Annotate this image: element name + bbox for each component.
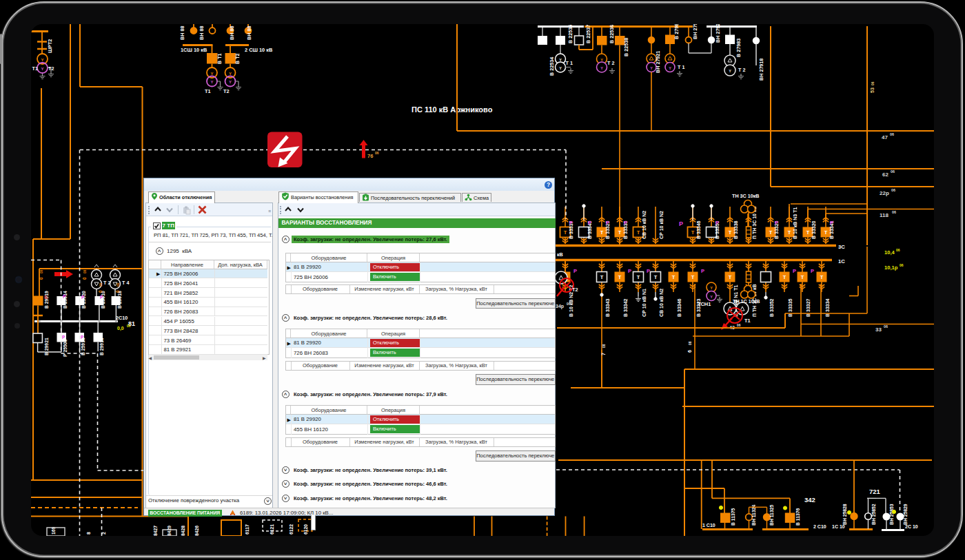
svg-text:6117: 6117 — [245, 524, 250, 535]
svg-text:Y: Y — [229, 80, 232, 84]
svg-text:Р: Р — [81, 295, 85, 300]
svg-text:7: 7 — [601, 353, 606, 355]
svg-text:В 22535: В 22535 — [567, 25, 573, 43]
svg-text:1 С10: 1 С10 — [702, 523, 715, 528]
svg-text:Т: Т — [637, 274, 640, 280]
svg-text:Р: Р — [775, 220, 778, 226]
svg-text:В 33334: В 33334 — [825, 298, 830, 317]
svg-text:8426: 8426 — [194, 526, 199, 536]
svg-text:В 33327: В 33327 — [806, 298, 811, 317]
svg-text:06: 06 — [127, 324, 131, 328]
svg-text:118: 118 — [880, 212, 888, 218]
svg-text:В 22534: В 22534 — [549, 57, 555, 76]
svg-text:В 22538: В 22538 — [623, 38, 629, 56]
svg-text:В 33338: В 33338 — [733, 220, 738, 239]
svg-text:Y: Y — [710, 286, 713, 290]
svg-text:06: 06 — [891, 169, 895, 174]
svg-text:06: 06 — [567, 302, 571, 306]
svg-text:Р: Р — [588, 220, 591, 226]
svg-text:Т: Т — [824, 229, 828, 236]
svg-text:33: 33 — [875, 326, 882, 333]
svg-text:Т 2: Т 2 — [607, 60, 614, 66]
svg-text:В 10 кВ N3 Т1: В 10 кВ N3 Т1 — [793, 207, 798, 239]
svg-text:2С 10: 2С 10 — [905, 524, 918, 529]
svg-text:В 22537: В 22537 — [585, 25, 591, 43]
svg-text:Т: Т — [783, 274, 786, 280]
svg-text:06: 06 — [891, 188, 895, 192]
svg-text:2 С10: 2 С10 — [813, 524, 826, 529]
svg-text:0: 0 — [82, 277, 87, 280]
svg-text:Т2: Т2 — [572, 287, 578, 293]
svg-text:Р: Р — [830, 220, 833, 226]
svg-text:Р: Р — [647, 268, 650, 274]
svg-text:В 33320: В 33320 — [811, 220, 816, 239]
svg-text:2: 2 — [101, 532, 106, 535]
svg-text:В 33335: В 33335 — [788, 298, 793, 317]
svg-text:6122: 6122 — [289, 524, 294, 535]
svg-text:В 33343: В 33343 — [605, 298, 610, 317]
svg-text:0: 0 — [98, 290, 103, 293]
svg-text:3С: 3С — [838, 244, 845, 250]
svg-text:0,0: 0,0 — [117, 326, 124, 331]
svg-text:Т: Т — [672, 274, 676, 280]
svg-text:06: 06 — [737, 324, 741, 327]
svg-text:Y: Y — [559, 66, 562, 70]
svg-text:6: 6 — [687, 350, 692, 353]
svg-text:ВН 27921: ВН 27921 — [655, 51, 661, 73]
svg-text:Р: Р — [679, 220, 683, 227]
svg-text:Т: Т — [769, 229, 773, 236]
svg-text:ВН 27922: ВН 27922 — [715, 24, 721, 43]
svg-text:Т: Т — [564, 229, 567, 236]
svg-text:ВН 25853: ВН 25853 — [889, 504, 894, 525]
svg-text:Р: Р — [701, 268, 704, 274]
svg-text:ТСН1: ТСН1 — [698, 301, 711, 307]
svg-text:06: 06 — [896, 248, 900, 252]
svg-text:Т: Т — [637, 229, 640, 236]
svg-text:Т 4: Т 4 — [122, 280, 129, 286]
svg-text:Т: Т — [729, 274, 732, 280]
svg-text:СВ 10 кВ N2: СВ 10 кВ N2 — [659, 289, 664, 317]
svg-text:ВН 88: ВН 88 — [199, 26, 205, 40]
svg-text:В 29921: В 29921 — [44, 338, 49, 355]
svg-text:СР 10 кВ N1: СР 10 кВ N1 — [642, 289, 647, 317]
svg-text:Y: Y — [41, 67, 43, 71]
svg-text:Р: Р — [628, 268, 631, 274]
svg-text:ВН 88: ВН 88 — [229, 26, 235, 40]
svg-text:0: 0 — [39, 277, 43, 280]
svg-text:Т: Т — [618, 229, 622, 236]
svg-text:22р: 22р — [880, 190, 889, 196]
svg-text:Р 25508: Р 25508 — [63, 339, 68, 357]
svg-text:В 25918: В 25918 — [81, 338, 85, 355]
svg-text:Y: Y — [210, 72, 213, 76]
svg-text:Y: Y — [41, 58, 43, 62]
svg-text:10,1р: 10,1р — [884, 265, 898, 271]
svg-text:06: 06 — [871, 81, 875, 85]
svg-text:В 27982: В 27982 — [673, 24, 680, 39]
svg-text:В 27983: В 27983 — [735, 39, 742, 57]
svg-text:Р: Р — [811, 268, 814, 274]
svg-text:1С 10: 1С 10 — [832, 524, 845, 529]
svg-text:Y: Y — [710, 295, 713, 299]
svg-text:1СШ 10 кВ: 1СШ 10 кВ — [181, 47, 207, 53]
svg-text:6121: 6121 — [270, 524, 274, 535]
svg-text:06: 06 — [892, 210, 896, 214]
svg-text:Т1: Т1 — [744, 318, 751, 324]
svg-text:0: 0 — [115, 290, 120, 293]
svg-text:Т1: Т1 — [205, 88, 211, 94]
svg-text:Р: Р — [624, 220, 627, 226]
svg-text:47: 47 — [882, 134, 888, 141]
svg-text:ВН 25828: ВН 25828 — [842, 504, 847, 525]
svg-text:ПС 110 кВ Аржниково: ПС 110 кВ Аржниково — [412, 105, 493, 114]
svg-text:Т: Т — [691, 229, 695, 236]
svg-text:06: 06 — [884, 324, 888, 329]
svg-text:8428: 8428 — [181, 526, 185, 536]
svg-text:08: 08 — [40, 269, 43, 273]
svg-text:Т 2: Т 2 — [103, 280, 110, 286]
svg-text:06: 06 — [99, 282, 103, 287]
svg-text:Б: Б — [44, 295, 48, 300]
svg-text:Р: Р — [63, 294, 66, 299]
svg-text:СР 10 кВ N2: СР 10 кВ N2 — [659, 211, 664, 239]
svg-text:ВН 25852: ВН 25852 — [871, 504, 876, 525]
svg-text:Т: Т — [801, 274, 804, 280]
svg-text:10,4: 10,4 — [884, 249, 895, 256]
